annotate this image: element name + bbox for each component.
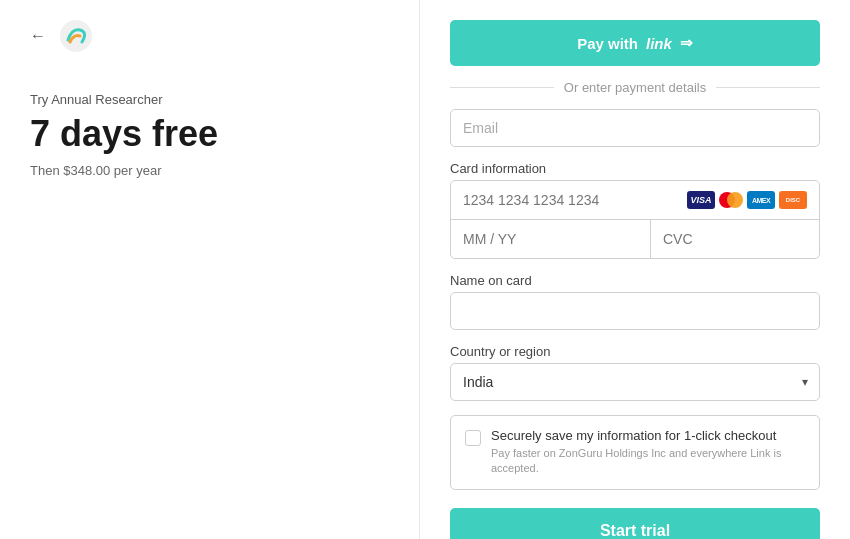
cvc-input[interactable]: [663, 231, 820, 247]
try-label: Try Annual Researcher: [30, 92, 389, 107]
country-select-wrapper: India United States United Kingdom Canad…: [450, 363, 820, 401]
or-divider: Or enter payment details: [450, 80, 820, 95]
header-row: ←: [30, 20, 389, 52]
save-info-checkbox[interactable]: [465, 430, 481, 446]
link-brand-text: link: [646, 35, 672, 52]
email-input[interactable]: [450, 109, 820, 147]
card-info-group: Card information VISA AMEX DISC: [450, 161, 820, 259]
save-info-text-block: Securely save my information for 1-click…: [491, 428, 805, 477]
plan-title: 7 days free: [30, 113, 389, 155]
name-group: Name on card: [450, 273, 820, 330]
card-bottom-row: [451, 220, 819, 258]
mastercard-icon: [719, 192, 743, 208]
pay-with-text: Pay with: [577, 35, 638, 52]
card-info-label: Card information: [450, 161, 820, 176]
logo-icon: [60, 20, 92, 52]
left-panel: ← Try Annual Researcher 7 days free Then…: [0, 0, 420, 539]
cvc-row: [651, 220, 820, 258]
visa-icon: VISA: [687, 191, 715, 209]
discover-icon: DISC: [779, 191, 807, 209]
pay-with-link-button[interactable]: Pay with link ⇒: [450, 20, 820, 66]
name-input[interactable]: [450, 292, 820, 330]
country-group: Country or region India United States Un…: [450, 344, 820, 401]
card-icons: VISA AMEX DISC: [687, 191, 807, 209]
card-number-input[interactable]: [463, 192, 687, 208]
price-label: Then $348.00 per year: [30, 163, 389, 178]
name-label: Name on card: [450, 273, 820, 288]
country-select[interactable]: India United States United Kingdom Canad…: [450, 363, 820, 401]
start-trial-button[interactable]: Start trial: [450, 508, 820, 539]
amex-icon: AMEX: [747, 191, 775, 209]
divider-text: Or enter payment details: [564, 80, 706, 95]
card-number-row: VISA AMEX DISC: [451, 181, 819, 220]
save-info-section: Securely save my information for 1-click…: [450, 415, 820, 490]
save-info-sub-label: Pay faster on ZonGuru Holdings Inc and e…: [491, 446, 805, 477]
card-info-box: VISA AMEX DISC: [450, 180, 820, 259]
right-panel: Pay with link ⇒ Or enter payment details…: [420, 0, 850, 539]
email-group: [450, 109, 820, 147]
back-button[interactable]: ←: [30, 27, 46, 45]
expiry-input[interactable]: [451, 220, 651, 258]
country-label: Country or region: [450, 344, 820, 359]
link-arrow-icon: ⇒: [680, 34, 693, 52]
save-info-main-label: Securely save my information for 1-click…: [491, 428, 805, 443]
